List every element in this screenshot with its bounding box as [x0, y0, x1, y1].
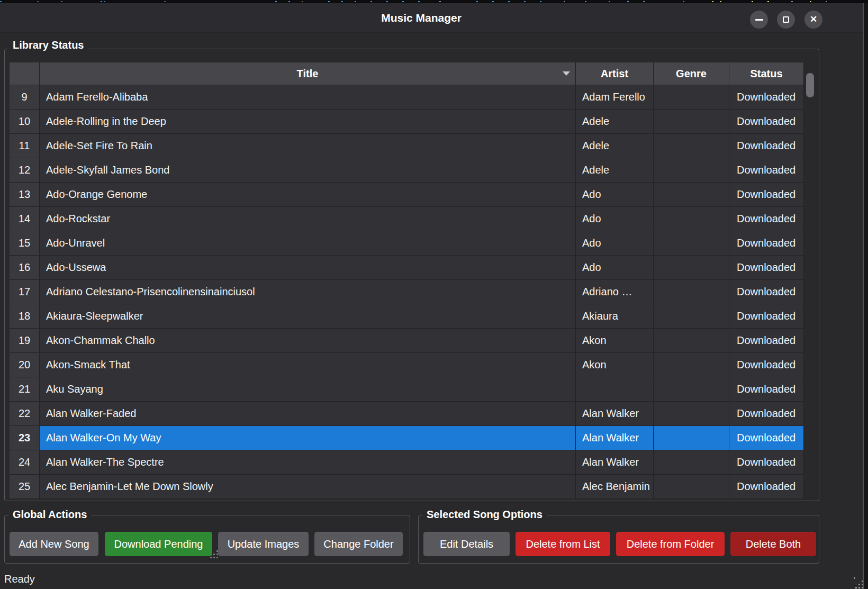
title-cell[interactable]: Ado-Orange Genome	[40, 183, 576, 207]
artist-cell[interactable]: Ado	[576, 207, 654, 231]
genre-cell[interactable]	[654, 329, 729, 353]
artist-cell[interactable]: Alan Walker	[576, 402, 654, 426]
status-cell[interactable]: Downloaded	[729, 353, 804, 377]
status-cell[interactable]: Downloaded	[729, 280, 804, 304]
genre-cell[interactable]	[654, 377, 729, 402]
row-number-cell[interactable]: 17	[10, 280, 40, 304]
artist-cell[interactable]: Adele	[576, 110, 654, 134]
edit-details-button[interactable]: Edit Details	[423, 532, 510, 556]
table-row[interactable]: 9Adam Ferello-AlibabaAdam FerelloDownloa…	[10, 85, 805, 110]
status-cell[interactable]: Downloaded	[729, 207, 804, 231]
status-cell[interactable]: Downloaded	[729, 426, 804, 450]
corner-header-cell[interactable]	[10, 62, 40, 85]
maximize-button[interactable]	[777, 11, 795, 29]
download-pending-button[interactable]: Download Pending	[105, 532, 212, 556]
table-row[interactable]: 11Adele-Set Fire To RainAdeleDownloaded	[10, 134, 805, 158]
add-new-song-button[interactable]: Add New Song	[10, 532, 98, 556]
title-cell[interactable]: Alan Walker-On My Way	[40, 426, 576, 450]
artist-cell[interactable]: Akon	[576, 353, 654, 377]
title-cell[interactable]: Adam Ferello-Alibaba	[40, 85, 576, 110]
table-row[interactable]: 21Aku SayangDownloaded	[10, 377, 805, 402]
genre-cell[interactable]	[654, 426, 729, 450]
update-images-button[interactable]: Update Images	[218, 532, 309, 556]
row-number-cell[interactable]: 20	[10, 353, 40, 377]
status-cell[interactable]: Downloaded	[729, 183, 804, 207]
title-cell[interactable]: Ado-Ussewa	[40, 256, 576, 280]
table-row[interactable]: 25Alec Benjamin-Let Me Down SlowlyAlec B…	[10, 475, 805, 499]
artist-cell[interactable]: Akon	[576, 329, 654, 353]
row-number-cell[interactable]: 9	[10, 85, 40, 110]
table-row[interactable]: 19Akon-Chammak ChalloAkonDownloaded	[10, 329, 805, 353]
title-cell[interactable]: Alan Walker-Faded	[40, 402, 576, 426]
table-row[interactable]: 12Adele-Skyfall James BondAdeleDownloade…	[10, 158, 805, 183]
title-cell[interactable]: Adriano Celestano-Prisencolinensinainciu…	[40, 280, 576, 304]
table-row[interactable]: 22Alan Walker-FadedAlan WalkerDownloaded	[10, 402, 805, 426]
artist-cell[interactable]: Alan Walker	[576, 450, 654, 475]
close-button[interactable]: ✕	[804, 11, 822, 29]
status-cell[interactable]: Downloaded	[729, 110, 804, 134]
status-cell[interactable]: Downloaded	[729, 158, 804, 183]
status-cell[interactable]: Downloaded	[729, 329, 804, 353]
title-cell[interactable]: Akon-Smack That	[40, 353, 576, 377]
artist-cell[interactable]: Adele	[576, 134, 654, 158]
artist-cell[interactable]: Adriano …	[576, 280, 654, 304]
title-cell[interactable]: Akon-Chammak Challo	[40, 329, 576, 353]
row-number-cell[interactable]: 23	[10, 426, 40, 450]
row-number-cell[interactable]: 15	[10, 231, 40, 256]
genre-cell[interactable]	[654, 158, 729, 183]
column-header-artist[interactable]: Artist	[576, 62, 654, 85]
artist-cell[interactable]: Ado	[576, 183, 654, 207]
status-cell[interactable]: Downloaded	[729, 134, 804, 158]
table-row[interactable]: 20Akon-Smack ThatAkonDownloaded	[10, 353, 805, 377]
table-row[interactable]: 15Ado-UnravelAdoDownloaded	[10, 231, 805, 256]
genre-cell[interactable]	[654, 183, 729, 207]
status-cell[interactable]: Downloaded	[729, 475, 804, 499]
status-cell[interactable]: Downloaded	[729, 450, 804, 475]
row-number-cell[interactable]: 21	[10, 377, 40, 402]
row-number-cell[interactable]: 19	[10, 329, 40, 353]
status-cell[interactable]: Downloaded	[729, 231, 804, 256]
title-cell[interactable]: Ado-Unravel	[40, 231, 576, 256]
title-cell[interactable]: Akiaura-Sleepwalker	[40, 304, 576, 329]
title-cell[interactable]: Adele-Rolling in the Deep	[40, 110, 576, 134]
title-cell[interactable]: Adele-Set Fire To Rain	[40, 134, 576, 158]
row-number-cell[interactable]: 11	[10, 134, 40, 158]
artist-cell[interactable]: Alec Benjamin	[576, 475, 654, 499]
status-cell[interactable]: Downloaded	[729, 304, 804, 329]
minimize-button[interactable]	[750, 11, 768, 29]
genre-cell[interactable]	[654, 134, 729, 158]
status-cell[interactable]: Downloaded	[729, 402, 804, 426]
table-row[interactable]: 16Ado-UssewaAdoDownloaded	[10, 256, 805, 280]
column-header-status[interactable]: Status	[729, 62, 804, 85]
table-row[interactable]: 17Adriano Celestano-Prisencolinensinainc…	[10, 280, 805, 304]
genre-cell[interactable]	[654, 475, 729, 499]
row-number-cell[interactable]: 12	[10, 158, 40, 183]
status-cell[interactable]: Downloaded	[729, 256, 804, 280]
table-row[interactable]: 18Akiaura-SleepwalkerAkiauraDownloaded	[10, 304, 805, 329]
status-cell[interactable]: Downloaded	[729, 377, 804, 402]
genre-cell[interactable]	[654, 304, 729, 329]
genre-cell[interactable]	[654, 110, 729, 134]
row-number-cell[interactable]: 24	[10, 450, 40, 475]
status-cell[interactable]: Downloaded	[729, 85, 804, 110]
artist-cell[interactable]	[576, 377, 654, 402]
row-number-cell[interactable]: 16	[10, 256, 40, 280]
title-cell[interactable]: Alan Walker-The Spectre	[40, 450, 576, 475]
genre-cell[interactable]	[654, 280, 729, 304]
artist-cell[interactable]: Ado	[576, 231, 654, 256]
table-row[interactable]: 24Alan Walker-The SpectreAlan WalkerDown…	[10, 450, 805, 475]
genre-cell[interactable]	[654, 231, 729, 256]
table-row[interactable]: 23Alan Walker-On My WayAlan WalkerDownlo…	[10, 426, 805, 450]
table-row[interactable]: 10Adele-Rolling in the DeepAdeleDownload…	[10, 110, 805, 134]
genre-cell[interactable]	[654, 207, 729, 231]
artist-cell[interactable]: Alan Walker	[576, 426, 654, 450]
row-number-cell[interactable]: 14	[10, 207, 40, 231]
row-number-cell[interactable]: 18	[10, 304, 40, 329]
artist-cell[interactable]: Adam Ferello	[576, 85, 654, 110]
row-number-cell[interactable]: 25	[10, 475, 40, 499]
change-folder-button[interactable]: Change Folder	[314, 532, 403, 556]
title-cell[interactable]: Alec Benjamin-Let Me Down Slowly	[40, 475, 576, 499]
column-header-title[interactable]: Title	[40, 62, 576, 85]
genre-cell[interactable]	[654, 450, 729, 475]
row-number-cell[interactable]: 10	[10, 110, 40, 134]
